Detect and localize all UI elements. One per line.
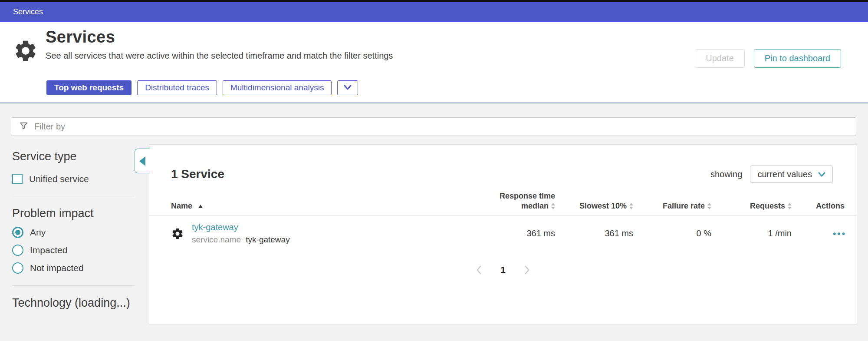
page-subtitle: See all services that were active within… xyxy=(46,51,393,61)
radio-impacted-label: Impacted xyxy=(30,245,67,255)
radio-not-impacted-label: Not impacted xyxy=(30,263,84,273)
sort-icon xyxy=(788,203,792,209)
pin-to-dashboard-button[interactable]: Pin to dashboard xyxy=(754,49,841,68)
analysis-tabs: Top web requests Distributed traces Mult… xyxy=(46,80,358,95)
services-gear-icon xyxy=(13,38,38,63)
services-page: Services Services See all services that … xyxy=(0,0,868,341)
sidebar-divider xyxy=(12,196,135,196)
tab-multidimensional-analysis[interactable]: Multidimensional analysis xyxy=(223,80,332,95)
service-link[interactable]: tyk-gateway xyxy=(192,222,238,232)
name-header-label: Name xyxy=(171,202,192,211)
update-button[interactable]: Update xyxy=(695,49,745,68)
sort-icon xyxy=(629,203,633,209)
title-block: Services See all services that were acti… xyxy=(46,28,393,61)
unified-service-checkbox-row[interactable]: Unified service xyxy=(12,174,136,184)
breadcrumb[interactable]: Services xyxy=(13,7,43,17)
cell-response-time-median: 361 ms xyxy=(473,215,555,253)
next-page-icon[interactable] xyxy=(524,265,530,275)
funnel-icon xyxy=(19,121,28,132)
service-meta: service.name tyk-gateway xyxy=(192,235,290,245)
problem-impact-heading: Problem impact xyxy=(12,207,136,220)
sort-icon xyxy=(551,203,555,209)
service-name-cell: tyk-gateway service.name tyk-gateway xyxy=(149,222,473,245)
meta-value: tyk-gateway xyxy=(246,235,289,244)
response-time-header-line1: Response time xyxy=(473,192,555,201)
service-count-title: 1 Service xyxy=(171,167,224,181)
technology-heading: Technology (loading...) xyxy=(12,296,136,310)
sidebar-collapse-button[interactable] xyxy=(135,149,150,173)
showing-control: showing current values xyxy=(710,166,833,183)
filter-input[interactable] xyxy=(34,118,856,136)
radio-not-impacted[interactable] xyxy=(12,262,23,274)
column-header-response-time[interactable]: Response time median xyxy=(473,192,555,215)
filter-bar[interactable] xyxy=(11,117,856,136)
triangle-left-icon xyxy=(139,156,145,166)
service-gear-icon xyxy=(171,227,184,240)
requests-header-label: Requests xyxy=(750,202,785,211)
sort-icon xyxy=(707,203,711,209)
radio-row-any[interactable]: Any xyxy=(12,227,136,238)
chevron-down-icon xyxy=(344,83,352,93)
column-header-actions: Actions xyxy=(792,192,857,215)
unified-service-label: Unified service xyxy=(29,174,89,184)
showing-select[interactable]: current values xyxy=(750,166,833,183)
actions-header-label: Actions xyxy=(816,202,845,210)
column-header-requests[interactable]: Requests xyxy=(711,192,792,215)
page-number[interactable]: 1 xyxy=(500,265,506,275)
sidebar-divider xyxy=(12,285,135,286)
more-tabs-button[interactable] xyxy=(337,80,358,95)
services-table: Name Response time median Slowest xyxy=(149,192,857,252)
pagination: 1 xyxy=(149,265,857,275)
row-actions-icon[interactable]: ••• xyxy=(833,228,846,238)
column-header-name[interactable]: Name xyxy=(149,192,473,215)
radio-row-impacted[interactable]: Impacted xyxy=(12,245,136,256)
service-type-heading: Service type xyxy=(12,150,136,163)
meta-key: service.name xyxy=(192,235,241,244)
header-actions: Update Pin to dashboard xyxy=(695,49,841,68)
previous-page-icon[interactable] xyxy=(476,265,482,275)
radio-impacted[interactable] xyxy=(12,245,23,256)
cell-failure-rate: 0 % xyxy=(633,215,711,253)
chevron-down-icon xyxy=(818,169,825,179)
services-panel: 1 Service showing current values xyxy=(149,144,857,324)
column-header-slowest[interactable]: Slowest 10% xyxy=(555,192,633,215)
cell-requests: 1 /min xyxy=(711,215,792,253)
cell-slowest-10: 361 ms xyxy=(555,215,633,253)
showing-select-value: current values xyxy=(757,169,812,179)
unified-service-checkbox[interactable] xyxy=(12,174,23,184)
tab-top-web-requests[interactable]: Top web requests xyxy=(46,80,132,95)
radio-any-label: Any xyxy=(30,227,46,238)
failure-rate-header-label: Failure rate xyxy=(663,202,705,211)
radio-any[interactable] xyxy=(12,227,23,238)
service-name-block: tyk-gateway service.name tyk-gateway xyxy=(192,222,290,245)
breadcrumb-bar: Services xyxy=(0,2,868,22)
page-header: Services See all services that were acti… xyxy=(0,22,868,103)
tab-distributed-traces[interactable]: Distributed traces xyxy=(137,80,217,95)
column-header-failure-rate[interactable]: Failure rate xyxy=(633,192,711,215)
sort-ascending-icon xyxy=(198,205,203,208)
panel-header: 1 Service showing current values xyxy=(171,166,833,183)
page-title: Services xyxy=(46,28,393,46)
radio-row-not-impacted[interactable]: Not impacted xyxy=(12,262,136,274)
table-row[interactable]: tyk-gateway service.name tyk-gateway 361… xyxy=(149,215,857,253)
slowest-header-label: Slowest 10% xyxy=(579,202,627,211)
response-time-header-line2: median xyxy=(521,202,549,211)
problem-impact-options: Any Impacted Not impacted xyxy=(12,227,136,274)
showing-label: showing xyxy=(710,169,742,179)
filter-sidebar: Service type Unified service Problem imp… xyxy=(12,150,136,310)
table-header-row: Name Response time median Slowest xyxy=(149,192,857,215)
